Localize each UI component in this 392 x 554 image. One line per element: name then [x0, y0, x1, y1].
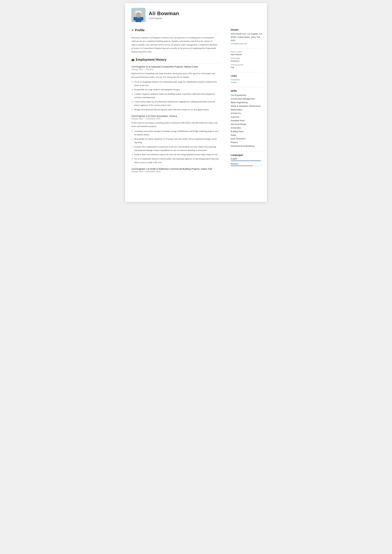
nationality-value: American: [231, 60, 262, 62]
language-english-fill: [231, 161, 261, 161]
language-russian-name: Russian: [231, 163, 262, 165]
birth-value: San Antonio: [231, 53, 262, 56]
languages-section: Languages English Russian: [231, 154, 262, 166]
list-item: Responsible for surge analysis and mitig…: [134, 88, 220, 91]
job-2-desc: Project lead on excavation consulting pr…: [131, 121, 220, 128]
list-item: Focus on designing solutions for monitor…: [134, 80, 220, 87]
languages-title: Languages: [231, 154, 262, 156]
list-item: Produce draft cost estimation reports fo…: [134, 153, 220, 156]
birth-section: Place of birth San Antonio Nationality A…: [231, 51, 262, 69]
resume-container: Ali Bowman Civil Engineer ⚔ Profile Inno…: [125, 3, 267, 202]
svg-rect-6: [141, 17, 143, 21]
candidate-title: Civil Engineer: [149, 17, 179, 20]
svg-rect-7: [137, 17, 140, 18]
job-3-dates: January 2014 — December 2014: [131, 170, 220, 173]
birth-label: Place of birth: [231, 51, 262, 53]
skill-item: Schematics: [231, 126, 262, 130]
skill-item: Geotechnical Engineering: [231, 144, 262, 148]
skill-item: Construction Management: [231, 97, 262, 101]
language-english-bar: [231, 161, 262, 161]
profile-title: ⚔ Profile: [131, 28, 220, 32]
list-item: Evaluate flow impairment to waterways in…: [134, 145, 220, 152]
language-english: English: [231, 158, 262, 161]
facebook-link[interactable]: Facebook: [231, 78, 262, 81]
header: Ali Bowman Civil Engineer: [125, 3, 267, 25]
job-2-title: Civil Engineer II at Orion Excavation, S…: [131, 115, 220, 117]
right-column: Details 1515 Pacific Ave, Los Angeles, C…: [226, 25, 267, 202]
twitter-link[interactable]: Twitter: [231, 81, 262, 84]
skill-item: Water Engineering: [231, 101, 262, 104]
language-english-name: English: [231, 158, 262, 160]
skills-section: Skills Civil Engineering Construction Ma…: [231, 89, 262, 148]
list-item: Create master plans for all stormwater i…: [134, 100, 220, 107]
employment-section: 💼 Employment History Civil Engineer III …: [131, 58, 220, 173]
employment-icon: 💼: [131, 58, 134, 61]
details-email[interactable]: email@email.com: [231, 42, 247, 45]
candidate-name: Ali Bowman: [149, 11, 179, 16]
job-2-dates: January 2014 — December 2016: [131, 118, 220, 120]
skill-item: Civil Engineering: [231, 93, 262, 97]
driving-label: Driving license: [231, 64, 262, 66]
skill-item: STAAD Pro: [231, 112, 262, 115]
skill-item: Waste & Sanitation Infrastructure: [231, 104, 262, 108]
profile-text: Innovation inspired Civil Engineer with …: [131, 36, 220, 53]
skill-item: Structural Design: [231, 122, 262, 126]
job-1: Civil Engineer III at Industrial Constru…: [131, 65, 220, 111]
nationality-label: Nationality: [231, 57, 262, 59]
list-item: Responsible for initial valuations of 10…: [134, 137, 220, 144]
skill-item: Autodesk Revit: [231, 119, 262, 122]
details-address: 1515 Pacific Ave, Los Angeles, CA 90291,…: [231, 32, 262, 42]
skill-item: Mathematics: [231, 108, 262, 112]
links-section: Links Facebook Twitter: [231, 74, 262, 84]
skill-item: Physics: [231, 140, 262, 144]
profile-icon: ⚔: [131, 29, 133, 32]
details-title: Details: [231, 28, 262, 31]
left-column: ⚔ Profile Innovation inspired Civil Engi…: [125, 25, 226, 202]
links-title: Links: [231, 74, 262, 77]
job-1-desc: Replaced Excel scheduling with Snap Sche…: [131, 72, 220, 79]
driving-value: Full: [231, 66, 262, 69]
skill-item: Building Plans: [231, 130, 262, 133]
list-item: Assisting construction manager on mainly…: [134, 129, 220, 137]
details-section: Details 1515 Pacific Ave, Los Angeles, C…: [231, 28, 262, 45]
skill-item: AutoCAD: [231, 115, 262, 119]
job-1-dates: January 2017 — Present: [131, 68, 220, 70]
language-russian-bar: [231, 166, 262, 166]
list-item: Conduct required validation studies by b…: [134, 92, 220, 99]
list-item: Design environmental efficient (green) w…: [134, 108, 220, 111]
list-item: Act as a community liaison to inform pub…: [134, 157, 220, 164]
skill-item: Earth Structures: [231, 137, 262, 140]
main-content: ⚔ Profile Innovation inspired Civil Engi…: [125, 25, 267, 202]
avatar: [131, 8, 146, 22]
svg-point-3: [136, 12, 141, 17]
skills-title: Skills: [231, 89, 262, 92]
job-2: Civil Engineer II at Orion Excavation, S…: [131, 115, 220, 164]
profile-section: ⚔ Profile Innovation inspired Civil Engi…: [131, 28, 220, 53]
job-1-title: Civil Engineer III at Industrial Constru…: [131, 65, 220, 68]
profile-divider: [131, 34, 220, 34]
language-russian-fill: [231, 166, 253, 166]
job-3-title: Civil Engineer I at Smith & Robertson Co…: [131, 168, 220, 170]
job-1-bullets: Focus on designing solutions for monitor…: [131, 80, 220, 111]
header-info: Ali Bowman Civil Engineer: [149, 11, 179, 20]
job-2-bullets: Assisting construction manager on mainly…: [131, 129, 220, 164]
language-russian: Russian: [231, 163, 262, 166]
svg-rect-5: [133, 17, 135, 21]
job-3: Civil Engineer I at Smith & Robertson Co…: [131, 168, 220, 173]
employment-title: 💼 Employment History: [131, 58, 220, 62]
skill-item: Etabs: [231, 133, 262, 137]
